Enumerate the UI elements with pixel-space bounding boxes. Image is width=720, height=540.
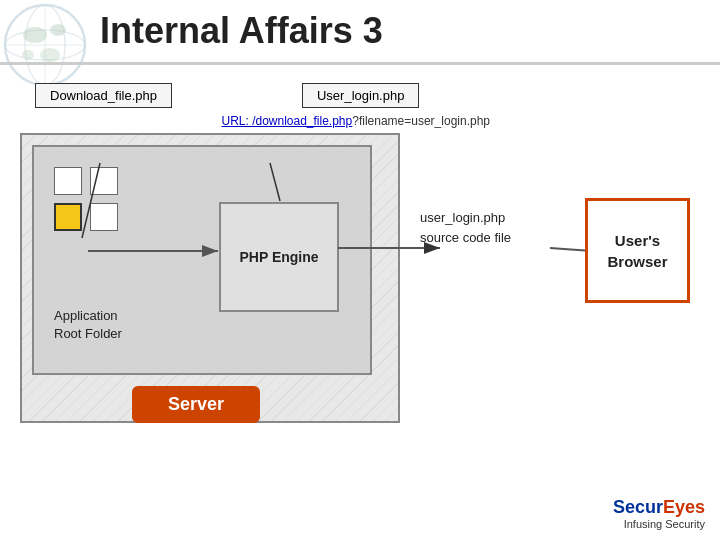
users-browser-box: User's Browser (585, 198, 690, 303)
download-file-label: Download_file.php (35, 83, 172, 108)
url-link: URL: /download_file.php (221, 114, 352, 128)
source-code-label: user_login.php source code file (420, 208, 511, 247)
file-icons-grid (54, 167, 120, 233)
server-button: Server (132, 386, 260, 423)
source-label-line2: source code file (420, 230, 511, 245)
php-engine-label: PHP Engine (239, 249, 318, 265)
browser-label: User's Browser (607, 230, 667, 272)
file-icon-2 (90, 167, 118, 195)
file-icon-4 (90, 203, 118, 231)
header: Internal Affairs 3 (0, 0, 720, 65)
file-icon-highlighted (54, 203, 82, 231)
secureyes-eyes: Eyes (663, 497, 705, 517)
main-content: Download_file.php User_login.php URL: /d… (0, 68, 720, 540)
app-root-line2: Root Folder (54, 326, 122, 341)
secureyes-logo: SecurEyes Infusing Security (613, 497, 705, 530)
source-label-line1: user_login.php (420, 210, 505, 225)
browser-label-line1: User's (615, 232, 660, 249)
app-root-label: Application Root Folder (54, 307, 122, 343)
page-title: Internal Affairs 3 (100, 10, 383, 52)
secureyes-name: SecurEyes (613, 497, 705, 518)
url-param: ?filename=user_login.php (352, 114, 490, 128)
app-root-line1: Application (54, 308, 118, 323)
secureyes-secur: Secur (613, 497, 663, 517)
browser-label-line2: Browser (607, 253, 667, 270)
server-inner-box: PHP Engine Application Root Folder (32, 145, 372, 375)
secureyes-tagline: Infusing Security (613, 518, 705, 530)
diagram-container: PHP Engine Application Root Folder Serve… (20, 133, 700, 423)
server-outer-box: PHP Engine Application Root Folder Serve… (20, 133, 400, 423)
file-icon-1 (54, 167, 82, 195)
labels-row: Download_file.php User_login.php (35, 83, 700, 108)
url-row: URL: /download_file.php?filename=user_lo… (20, 114, 490, 128)
user-login-label: User_login.php (302, 83, 419, 108)
php-engine-box: PHP Engine (219, 202, 339, 312)
